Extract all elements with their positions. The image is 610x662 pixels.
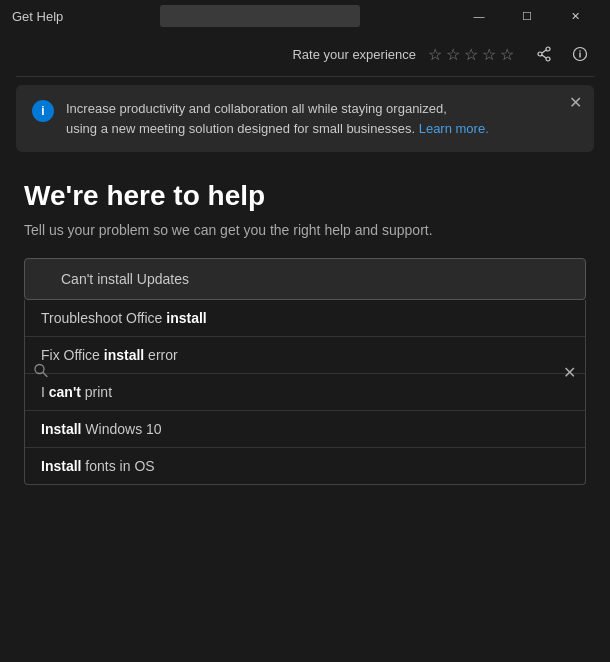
search-container[interactable]: Can't install Updates ✕ Troubleshoot Off… bbox=[24, 258, 586, 485]
suggestion-suffix-3: print bbox=[81, 384, 112, 400]
suggestion-item-3[interactable]: I can't print bbox=[25, 374, 585, 411]
suggestion-bold-4: Install bbox=[41, 421, 81, 437]
page-title: We're here to help bbox=[24, 180, 586, 212]
star-1[interactable]: ☆ bbox=[428, 45, 442, 64]
banner-text-line1: Increase productivity and collaboration … bbox=[66, 101, 447, 116]
suggestion-prefix-3: I bbox=[41, 384, 49, 400]
svg-point-7 bbox=[579, 50, 581, 52]
title-bar-left: Get Help bbox=[12, 9, 63, 24]
svg-line-9 bbox=[43, 372, 47, 376]
svg-line-4 bbox=[542, 55, 546, 58]
rate-label: Rate your experience bbox=[292, 47, 416, 62]
app-title: Get Help bbox=[12, 9, 63, 24]
close-button[interactable]: ✕ bbox=[552, 0, 598, 32]
suggestion-item-2[interactable]: Fix Office install error bbox=[25, 337, 585, 374]
search-box[interactable]: Can't install Updates ✕ bbox=[24, 258, 586, 300]
maximize-button[interactable]: ☐ bbox=[504, 0, 550, 32]
search-clear-button[interactable]: ✕ bbox=[563, 362, 576, 381]
star-2[interactable]: ☆ bbox=[446, 45, 460, 64]
suggestion-bold-5: Install bbox=[41, 458, 81, 474]
suggestion-item-1[interactable]: Troubleshoot Office install bbox=[25, 300, 585, 337]
star-4[interactable]: ☆ bbox=[482, 45, 496, 64]
banner-close-button[interactable]: ✕ bbox=[569, 95, 582, 111]
suggestion-bold-2: install bbox=[104, 347, 144, 363]
info-banner: i Increase productivity and collaboratio… bbox=[16, 85, 594, 152]
suggestion-bold-1: install bbox=[166, 310, 206, 326]
suggestion-suffix-2: error bbox=[144, 347, 177, 363]
star-5[interactable]: ☆ bbox=[500, 45, 514, 64]
title-bar-controls: — ☐ ✕ bbox=[456, 0, 598, 32]
suggestion-prefix-2: Fix Office bbox=[41, 347, 104, 363]
svg-point-2 bbox=[546, 57, 550, 61]
page-subtitle: Tell us your problem so we can get you t… bbox=[24, 222, 586, 238]
svg-line-3 bbox=[542, 50, 546, 53]
suggestion-item-5[interactable]: Install fonts in OS bbox=[25, 448, 585, 484]
suggestion-bold-3: can't bbox=[49, 384, 81, 400]
star-rating[interactable]: ☆ ☆ ☆ ☆ ☆ bbox=[428, 45, 514, 64]
banner-learn-more-link[interactable]: Learn more. bbox=[419, 121, 489, 136]
title-bar-search-box bbox=[160, 5, 360, 27]
svg-point-1 bbox=[538, 52, 542, 56]
title-bar: Get Help — ☐ ✕ bbox=[0, 0, 610, 32]
header-icons bbox=[530, 40, 594, 68]
suggestion-suffix-4: Windows 10 bbox=[81, 421, 161, 437]
banner-text-line2: using a new meeting solution designed fo… bbox=[66, 121, 415, 136]
banner-text: Increase productivity and collaboration … bbox=[66, 99, 578, 138]
svg-point-0 bbox=[546, 47, 550, 51]
search-icon bbox=[34, 363, 48, 380]
suggestion-suffix-5: fonts in OS bbox=[81, 458, 154, 474]
suggestions-list: Troubleshoot Office install Fix Office i… bbox=[24, 300, 586, 485]
star-3[interactable]: ☆ bbox=[464, 45, 478, 64]
suggestion-prefix-1: Troubleshoot Office bbox=[41, 310, 166, 326]
suggestion-item-4[interactable]: Install Windows 10 bbox=[25, 411, 585, 448]
header-divider bbox=[16, 76, 594, 77]
minimize-button[interactable]: — bbox=[456, 0, 502, 32]
search-input[interactable]: Can't install Updates bbox=[61, 271, 545, 287]
banner-icon: i bbox=[32, 100, 54, 122]
main-content: We're here to help Tell us your problem … bbox=[0, 160, 610, 505]
share-button[interactable] bbox=[530, 40, 558, 68]
header: Rate your experience ☆ ☆ ☆ ☆ ☆ bbox=[0, 32, 610, 76]
info-button[interactable] bbox=[566, 40, 594, 68]
